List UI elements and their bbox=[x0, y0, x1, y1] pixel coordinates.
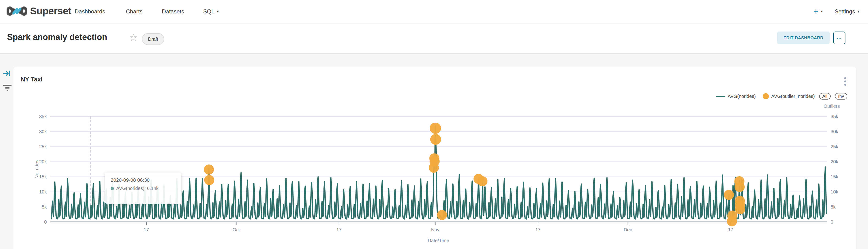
x-axis-label: 17 bbox=[535, 227, 540, 232]
y-axis-label-left: 0 bbox=[44, 219, 47, 224]
x-axis-label: Oct bbox=[232, 227, 240, 232]
tooltip-series-row: AVG(norides): 6.14k bbox=[111, 186, 176, 191]
outlier-point[interactable] bbox=[204, 165, 214, 175]
series-bullet-icon bbox=[111, 187, 114, 190]
y-axis-label-left: 35k bbox=[39, 114, 47, 119]
outlier-point[interactable] bbox=[477, 176, 488, 186]
outlier-point[interactable] bbox=[430, 122, 441, 134]
y-axis-label-left: 15k bbox=[39, 174, 47, 179]
y-axis-label-left: 30k bbox=[39, 129, 47, 134]
y-axis-title: No. rides bbox=[34, 160, 39, 178]
y-axis-label-left: 25k bbox=[39, 144, 47, 149]
chart-tooltip: 2020-09-08 06:30 AVG(norides): 6.14k bbox=[105, 172, 181, 204]
outlier-point[interactable] bbox=[430, 156, 440, 166]
x-axis-label: Dec bbox=[624, 227, 632, 232]
y-axis-label-right: 5k bbox=[831, 204, 836, 210]
y-axis-label-right: 35k bbox=[831, 114, 838, 119]
outlier-point[interactable] bbox=[735, 182, 745, 192]
x-axis-label: 17 bbox=[728, 227, 733, 232]
outlier-point[interactable] bbox=[727, 216, 737, 226]
x-axis-title: Date/Time bbox=[428, 238, 450, 243]
y-axis-label-right: 30k bbox=[831, 129, 838, 134]
outlier-point[interactable] bbox=[430, 134, 441, 145]
y-axis-label-left: 5k bbox=[42, 204, 47, 210]
y-axis-label-left: 10k bbox=[39, 189, 47, 194]
y-axis-label-left: 20k bbox=[39, 159, 47, 164]
x-axis-label: Nov bbox=[431, 227, 439, 232]
y-axis-label-right: 20k bbox=[831, 159, 838, 164]
x-axis-label: 17 bbox=[336, 227, 342, 232]
tooltip-value: AVG(norides): 6.14k bbox=[116, 186, 159, 191]
outlier-point[interactable] bbox=[204, 175, 214, 185]
y-axis-label-right: 15k bbox=[831, 174, 838, 179]
outlier-point[interactable] bbox=[724, 190, 734, 200]
y-axis-label-right: 10k bbox=[831, 189, 838, 194]
y-axis-label-right: 25k bbox=[831, 144, 838, 149]
tooltip-date: 2020-09-08 06:30 bbox=[111, 177, 176, 183]
x-axis-label: 17 bbox=[144, 227, 149, 232]
outlier-point[interactable] bbox=[437, 210, 447, 220]
timeseries-chart[interactable]: 005k5k10k10k15k15k20k20k25k25k30k30k35k3… bbox=[0, 0, 868, 249]
y-axis-label-right: 0 bbox=[831, 219, 833, 224]
outlier-point[interactable] bbox=[735, 204, 745, 214]
